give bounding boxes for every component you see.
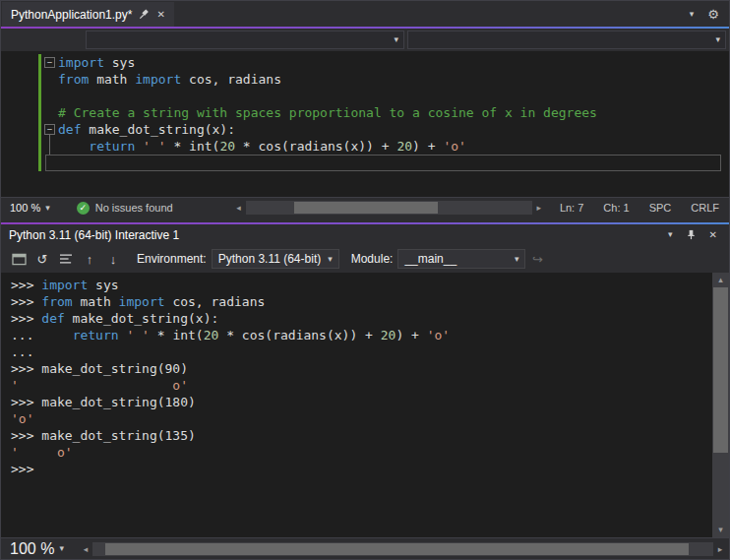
module-dropdown[interactable]: __main__ ▾ [397, 249, 525, 269]
chevron-down-icon: ▾ [394, 35, 398, 44]
gear-icon[interactable]: ⚙ [707, 8, 719, 21]
scrollbar-thumb[interactable] [105, 543, 689, 555]
code-line-text: import sys [58, 54, 135, 71]
editor-zoom-control[interactable]: 100 % ▾ [1, 202, 59, 214]
code-line-text: ... return ' ' * int(20 * cos(radians(x)… [11, 327, 450, 343]
line-ending-indicator[interactable]: CRLF [681, 202, 729, 214]
check-icon: ✓ [79, 204, 87, 213]
module-label: Module: [351, 252, 394, 266]
fold-margin [44, 88, 58, 104]
code-line-text: # Create a string with spaces proportion… [58, 104, 597, 121]
reset-repl-icon[interactable]: ↺ [30, 248, 54, 270]
clear-screen-icon[interactable] [54, 248, 78, 270]
tab-bar-controls: ▾ ⚙ [690, 1, 729, 27]
scroll-left-icon[interactable]: ◂ [79, 542, 92, 556]
code-line-text: 'o' [11, 410, 33, 427]
scrollbar-track[interactable] [246, 201, 532, 215]
editor-status-bar: 100 % ▾ ✓ No issues found ◂ ▸ Ln: 7 Ch: … [1, 197, 729, 218]
document-tab[interactable]: PythonApplication1.py* ✕ [2, 2, 174, 27]
pin-window-icon[interactable] [686, 229, 697, 240]
vs-window: PythonApplication1.py* ✕ ▾ ⚙ ▾ ▾ −import… [0, 0, 730, 560]
send-to-interactive-icon: ↪ [525, 248, 549, 270]
interactive-window-title-bar[interactable]: Python 3.11 (64-bit) Interactive 1 ▾ ✕ [1, 224, 729, 245]
repl-lines[interactable]: >>> import sys>>> from math import cos, … [1, 273, 712, 537]
scroll-right-icon[interactable]: ▸ [713, 542, 727, 556]
code-line-text: >>> import sys [11, 277, 119, 293]
interactive-toolbar: ↺ ↑ ↓ Environment: Python 3.11 (64-bit) … [1, 245, 729, 273]
window-position-chevron-icon[interactable]: ▾ [668, 230, 673, 239]
scroll-down-icon[interactable]: ▾ [712, 523, 729, 537]
chevron-down-icon: ▾ [328, 255, 333, 264]
document-tab-title: PythonApplication1.py* [11, 8, 132, 22]
environment-value: Python 3.11 (64-bit) [218, 252, 322, 266]
fold-margin [44, 104, 58, 121]
interactive-vertical-scrollbar[interactable]: ▴ ▾ [712, 273, 729, 537]
members-dropdown[interactable]: ▾ [407, 31, 726, 49]
code-line-text: ' o' [11, 444, 73, 461]
chevron-down-icon: ▾ [45, 204, 50, 213]
code-line-text: >>> [11, 461, 41, 477]
close-window-icon[interactable]: ✕ [709, 230, 717, 240]
code-line-text: >>> make_dot_string(135) [11, 427, 196, 444]
fold-margin [44, 155, 58, 171]
fold-collapse-icon[interactable]: − [44, 124, 55, 135]
history-next-icon[interactable]: ↓ [101, 248, 125, 270]
chevron-down-icon: ▾ [515, 255, 519, 264]
document-tab-bar: PythonApplication1.py* ✕ ▾ ⚙ [1, 1, 729, 27]
zoom-level: 100 % [10, 202, 40, 214]
interactive-horizontal-scrollbar[interactable]: ◂ ▸ [79, 542, 727, 556]
document-health-indicator[interactable]: ✓ No issues found [77, 202, 173, 215]
column-indicator: Ch: 1 [593, 202, 639, 214]
code-line-text: return ' ' * int(20 * cos(radians(x)) + … [58, 138, 466, 155]
interactive-window-icon[interactable] [7, 248, 30, 270]
code-line-text: def make_dot_string(x): [58, 121, 235, 138]
code-line-text: ... [11, 343, 41, 360]
fold-collapse-icon[interactable]: − [44, 57, 55, 68]
chevron-down-icon: ▾ [715, 35, 720, 44]
environment-dropdown[interactable]: Python 3.11 (64-bit) ▾ [212, 249, 339, 269]
pin-tab-icon[interactable] [139, 9, 150, 20]
code-lines[interactable]: −import sysfrom math import cos, radians… [1, 51, 729, 197]
scrollbar-thumb[interactable] [294, 202, 438, 214]
chevron-down-icon: ▾ [59, 544, 64, 553]
code-line-text: from math import cos, radians [58, 71, 281, 88]
interactive-zoom-control[interactable]: 100 % ▾ [1, 540, 73, 558]
scroll-right-icon[interactable]: ▸ [532, 201, 546, 215]
line-indicator: Ln: 7 [550, 202, 593, 214]
environment-label: Environment: [137, 252, 207, 266]
interactive-output-area[interactable]: >>> import sys>>> from math import cos, … [1, 273, 729, 537]
code-line-text: >>> def make_dot_string(x): [11, 310, 218, 327]
interactive-window-controls: ▾ ✕ [668, 229, 721, 240]
zoom-level: 100 % [10, 540, 54, 558]
editor-horizontal-scrollbar[interactable]: ◂ ▸ [232, 201, 546, 215]
code-line-text: >>> make_dot_string(180) [11, 394, 196, 410]
interactive-status-bar: 100 % ▾ ◂ ▸ [1, 537, 729, 559]
navigation-bar-spacer [4, 31, 83, 49]
scroll-up-icon[interactable]: ▴ [712, 273, 729, 287]
code-line-text: >>> from math import cos, radians [11, 293, 265, 310]
code-line-text: ' o' [11, 377, 188, 394]
scrollbar-track[interactable] [712, 287, 729, 523]
scrollbar-thumb[interactable] [713, 287, 728, 453]
code-line-text: >>> make_dot_string(90) [11, 360, 188, 377]
fold-margin [44, 71, 58, 88]
scrollbar-track[interactable] [92, 542, 713, 556]
scroll-left-icon[interactable]: ◂ [232, 201, 246, 215]
interactive-window-title: Python 3.11 (64-bit) Interactive 1 [9, 228, 179, 242]
navigation-bar: ▾ ▾ [1, 29, 729, 51]
types-dropdown[interactable]: ▾ [86, 31, 404, 49]
fold-margin [44, 138, 58, 155]
document-list-chevron-icon[interactable]: ▾ [690, 10, 695, 19]
code-editor[interactable]: −import sysfrom math import cos, radians… [1, 51, 729, 197]
history-previous-icon[interactable]: ↑ [78, 248, 101, 270]
spaces-toggle[interactable]: SPC [639, 202, 682, 214]
module-value: __main__ [404, 252, 456, 266]
close-tab-icon[interactable]: ✕ [156, 10, 164, 20]
check-circle-icon: ✓ [77, 202, 90, 215]
issues-text: No issues found [95, 202, 173, 214]
